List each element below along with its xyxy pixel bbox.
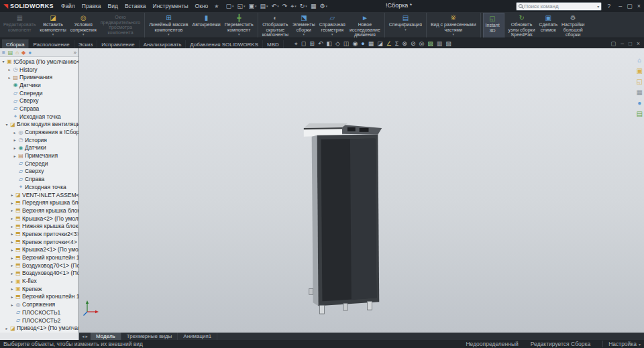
search-input[interactable] — [524, 3, 596, 9]
3d-model-ventilation-cabinet[interactable] — [303, 122, 384, 315]
redo-icon[interactable]: ↷ — [281, 2, 289, 10]
doc-close-icon[interactable]: × — [637, 40, 640, 47]
displaymanager-tab[interactable]: ● — [28, 50, 32, 56]
propertymanager-tab[interactable]: ▤ — [8, 50, 13, 56]
expand-arrow-icon[interactable]: ▸ — [9, 279, 15, 284]
tree-item[interactable]: ▸ ▣ Крепеж — [0, 285, 78, 293]
favorites-icon[interactable]: ★ — [211, 3, 221, 9]
options-gear-icon[interactable]: ⚙▾ — [318, 2, 329, 10]
interference-detection-icon[interactable]: ⊗ — [402, 40, 407, 47]
menu-item[interactable]: Инструменты — [150, 1, 192, 11]
tree-item[interactable]: ▸ ⬒ Крепеж приточки<4> (По... — [0, 238, 78, 246]
previous-view-icon[interactable]: ↶ — [318, 40, 323, 47]
tree-item[interactable]: ▱ Спереди — [0, 89, 78, 97]
component-preview-window-button[interactable]: Окно предварительного просмотра компонен… — [99, 13, 145, 38]
tree-item[interactable]: ▱ Сверху — [0, 168, 78, 176]
expand-arrow-icon[interactable]: ▸ — [9, 255, 15, 260]
file-properties-icon[interactable]: ▦ — [309, 2, 318, 10]
search-dropdown-icon[interactable]: ▾ — [597, 4, 599, 9]
expand-arrow-icon[interactable]: ▸ — [9, 294, 15, 299]
command-tab[interactable]: Эскиз — [74, 40, 97, 48]
custom-properties-icon[interactable]: ▤ — [637, 110, 643, 117]
command-tab[interactable]: Добавления SOLIDWORKS — [186, 40, 263, 48]
performance-evaluation-icon[interactable]: ▥ — [437, 40, 443, 47]
select-arrow-icon[interactable]: ⌖ — [294, 40, 298, 47]
edit-component-button[interactable]: ▦ Редактировать компонент — [1, 13, 38, 38]
tree-item[interactable]: ▸ ⬒ Верхний кронштейн 1<1... — [0, 253, 78, 262]
measure-icon[interactable]: ∠ — [386, 40, 392, 47]
tree-item[interactable]: ▸ ⬒ Нижняя крышка блока<... — [0, 222, 78, 230]
tree-item[interactable]: ▸ ◎ Сопряжения в !Сборка — [0, 128, 78, 136]
expand-arrow-icon[interactable]: ▸ — [9, 208, 15, 213]
tree-item[interactable]: ▸ ▤ Примечания — [0, 73, 78, 81]
expand-arrow-icon[interactable]: ▸ — [7, 75, 12, 80]
tree-item[interactable]: ▾ ◪ Блок модуля вентиляции<1> — [0, 121, 78, 129]
expand-arrow-icon[interactable]: ▸ — [4, 326, 9, 331]
command-tab[interactable]: Анализировать — [140, 40, 186, 48]
expand-arrow-icon[interactable]: ▸ — [9, 231, 15, 236]
view-orientation-icon[interactable]: ◇ — [335, 40, 340, 47]
tree-item[interactable]: ▱ Справа — [0, 175, 78, 183]
view-palette-icon[interactable]: ▦ — [637, 89, 643, 96]
resources-icon[interactable]: ⌂ — [637, 56, 641, 64]
instant-3d-button[interactable]: ◱ Instant 3D — [483, 13, 504, 38]
menu-item[interactable]: Вид — [105, 1, 121, 11]
restore-button[interactable]: ▢ — [627, 1, 633, 11]
doc-maximize-icon[interactable]: □ — [629, 40, 632, 47]
doc-restore-icon[interactable]: ▢ — [610, 40, 616, 47]
tree-item[interactable]: ▸ ◪ Привод<1> (По умолчанию... — [0, 324, 78, 332]
hide-show-items-icon[interactable]: ◉ — [352, 40, 358, 47]
expand-arrow-icon[interactable]: ▸ — [9, 302, 15, 307]
expand-arrow-icon[interactable]: ▾ — [4, 122, 9, 127]
new-motion-study-button[interactable]: ► Новое исследование движения — [347, 13, 385, 38]
command-tab[interactable]: MBD — [263, 40, 284, 48]
appearances-icon[interactable]: ● — [637, 99, 641, 107]
hole-alignment-icon[interactable]: ◎ — [419, 40, 424, 47]
expand-arrow-icon[interactable]: ▸ — [7, 67, 12, 72]
tree-item[interactable]: ▸ ⬒ Воздуховод40<1> (По ум... — [0, 270, 78, 278]
featuremanager-tab[interactable]: ≡ — [2, 50, 5, 56]
zoom-area-icon[interactable]: ⊞ — [309, 40, 315, 47]
select-icon[interactable]: ⌖▾ — [289, 2, 298, 10]
zoom-fit-icon[interactable]: ◻ — [301, 40, 306, 47]
tree-item[interactable]: ▱ Сверху — [0, 97, 78, 105]
expand-arrow-icon[interactable]: ▸ — [9, 263, 15, 268]
save-icon[interactable]: ▣▾ — [248, 2, 258, 10]
expand-arrow-icon[interactable]: ▸ — [12, 154, 17, 158]
tree-item[interactable]: ▱ ПЛОСКОСТЬ2 — [0, 316, 78, 325]
bill-of-materials-button[interactable]: ▤ Спецификация ▾ — [387, 13, 427, 38]
command-tab[interactable]: Сборка — [2, 40, 29, 48]
reference-geometry-button[interactable]: ▱ Справочная геометрия ▾ — [317, 13, 347, 38]
tree-item[interactable]: ▸ ⬒ Верхний кронштейн 1<2... — [0, 293, 78, 301]
tree-item[interactable]: ▸ ◷ История — [0, 136, 78, 144]
view-tab[interactable]: Модель — [91, 333, 121, 340]
exploded-view-button[interactable]: ※ Вид с разнесенными частями ▾ — [429, 13, 481, 38]
command-search[interactable]: ▾ — [516, 2, 602, 11]
expand-arrow-icon[interactable]: ▸ — [12, 146, 17, 150]
expand-arrow-icon[interactable]: ▸ — [9, 224, 15, 229]
tree-item[interactable]: ▱ Спереди — [0, 160, 78, 168]
menu-item[interactable]: Вставка — [121, 1, 150, 11]
rebuild-icon[interactable]: ↻▾ — [299, 2, 309, 10]
update-speedpak-button[interactable]: ↻ Обновить узлы сборки SpeedPak — [506, 13, 537, 38]
print-icon[interactable]: ▤▾ — [259, 2, 270, 10]
expand-arrow-icon[interactable]: ▸ — [9, 239, 15, 244]
tree-item[interactable]: ▾ ▣ !Сборка (По умолчанию<По ум — [0, 58, 78, 66]
command-tab[interactable]: Расположение — [29, 40, 74, 48]
design-library-icon[interactable]: ▣ — [637, 67, 643, 74]
doc-minimize-icon[interactable]: – — [621, 40, 624, 47]
tree-item[interactable]: ▸ ◉ Датчики — [0, 144, 78, 152]
large-assembly-settings-button[interactable]: ⚙ Настройки большой сборки — [559, 13, 586, 38]
menu-item[interactable]: Окно — [192, 1, 212, 11]
mass-properties-icon[interactable]: Σ — [395, 40, 399, 47]
smart-fasteners-button[interactable]: ▮ Автокрепежи — [190, 13, 222, 38]
insert-components-button[interactable]: ◪ Вставить компоненты ▾ — [38, 13, 68, 38]
tree-item[interactable]: ▸ ◷ History — [0, 66, 78, 74]
tree-item[interactable]: ▸ ▤ Примечания — [0, 152, 78, 160]
expand-arrow-icon[interactable]: ▸ — [9, 247, 15, 252]
status-custom-button[interactable]: Настройка ▾ — [602, 341, 641, 347]
display-style-icon[interactable]: ◫ — [343, 40, 350, 47]
expand-arrow-icon[interactable]: ▸ — [12, 130, 17, 135]
clearance-verification-icon[interactable]: ⊘ — [411, 40, 416, 47]
tree-item[interactable]: ▱ ПЛОСКОСТЬ1 — [0, 308, 78, 316]
